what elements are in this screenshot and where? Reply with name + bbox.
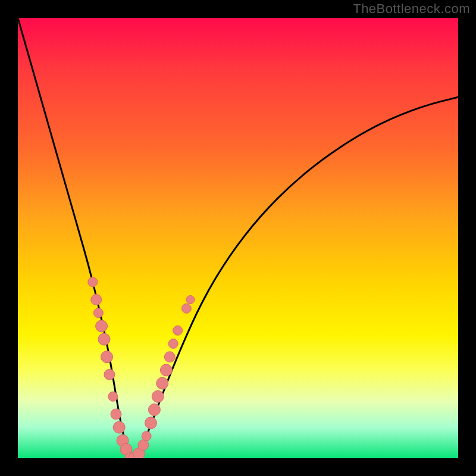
curve-marker — [152, 390, 164, 402]
curve-marker — [186, 296, 195, 304]
outer-frame: TheBottleneck.com — [0, 0, 476, 476]
curve-marker — [173, 325, 183, 335]
curve-marker — [164, 352, 175, 362]
curve-marker — [156, 377, 168, 389]
curve-marker — [96, 320, 108, 332]
curve-marker — [88, 277, 98, 287]
curve-marker — [181, 303, 191, 313]
plot-area — [18, 18, 458, 458]
curve-marker — [101, 351, 113, 363]
curve-marker — [111, 409, 121, 419]
curve-marker — [98, 333, 110, 345]
curve-marker — [93, 308, 103, 318]
curve-marker — [148, 404, 160, 416]
curve-marker — [145, 417, 157, 429]
curve-marker — [104, 369, 115, 380]
bottleneck-curve — [18, 18, 458, 458]
curve-marker — [142, 431, 151, 441]
curve-marker — [108, 392, 118, 401]
curve-marker — [160, 364, 172, 376]
curve-marker — [168, 339, 178, 349]
curve-marker — [138, 440, 149, 450]
chart-svg — [18, 18, 458, 458]
curve-marker — [91, 295, 102, 305]
curve-marker — [113, 421, 125, 433]
curve-markers — [88, 277, 195, 458]
watermark-text: TheBottleneck.com — [353, 1, 470, 17]
